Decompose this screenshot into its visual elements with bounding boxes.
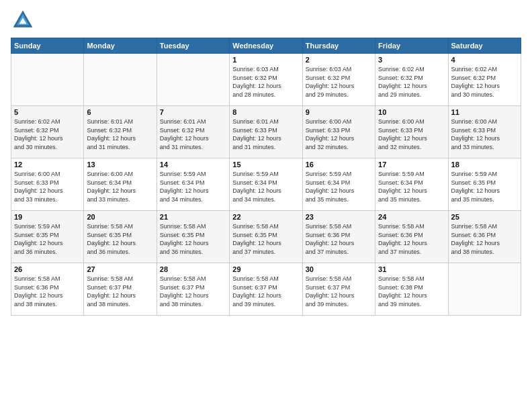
day-number: 12	[14, 161, 81, 169]
calendar-day-cell: 24Sunrise: 5:58 AM Sunset: 6:36 PM Dayli…	[375, 211, 448, 263]
day-number: 17	[378, 161, 445, 169]
logo	[11, 8, 38, 32]
calendar-day-cell: 19Sunrise: 5:59 AM Sunset: 6:35 PM Dayli…	[11, 211, 84, 263]
day-info: Sunrise: 5:58 AM Sunset: 6:35 PM Dayligh…	[87, 222, 153, 256]
calendar-day-cell: 21Sunrise: 5:58 AM Sunset: 6:35 PM Dayli…	[157, 211, 229, 263]
day-number: 26	[14, 265, 81, 273]
calendar-day-cell	[84, 54, 157, 106]
day-info: Sunrise: 5:59 AM Sunset: 6:34 PM Dayligh…	[378, 170, 445, 203]
calendar-day-cell: 29Sunrise: 5:58 AM Sunset: 6:37 PM Dayli…	[230, 263, 302, 316]
day-info: Sunrise: 6:00 AM Sunset: 6:33 PM Dayligh…	[451, 118, 518, 151]
day-number: 22	[232, 213, 299, 221]
day-info: Sunrise: 5:58 AM Sunset: 6:36 PM Dayligh…	[306, 222, 372, 256]
calendar-day-cell: 7Sunrise: 6:01 AM Sunset: 6:32 PM Daylig…	[157, 106, 229, 158]
day-info: Sunrise: 5:58 AM Sunset: 6:38 PM Dayligh…	[378, 275, 445, 308]
day-info: Sunrise: 6:01 AM Sunset: 6:32 PM Dayligh…	[160, 118, 226, 151]
calendar-day-cell: 11Sunrise: 6:00 AM Sunset: 6:33 PM Dayli…	[448, 106, 521, 158]
day-number: 2	[306, 56, 372, 64]
calendar-week-row: 5Sunrise: 6:02 AM Sunset: 6:32 PM Daylig…	[11, 106, 521, 158]
day-info: Sunrise: 5:58 AM Sunset: 6:37 PM Dayligh…	[87, 275, 153, 308]
day-info: Sunrise: 5:58 AM Sunset: 6:36 PM Dayligh…	[378, 222, 445, 256]
weekday-header: Monday	[84, 38, 157, 54]
calendar-day-cell: 26Sunrise: 5:58 AM Sunset: 6:36 PM Dayli…	[11, 263, 84, 316]
calendar-day-cell: 13Sunrise: 6:00 AM Sunset: 6:34 PM Dayli…	[84, 158, 157, 211]
day-number: 4	[451, 56, 518, 64]
calendar-day-cell: 27Sunrise: 5:58 AM Sunset: 6:37 PM Dayli…	[84, 263, 157, 316]
day-number: 18	[451, 161, 518, 169]
calendar-day-cell: 17Sunrise: 5:59 AM Sunset: 6:34 PM Dayli…	[375, 158, 448, 211]
day-info: Sunrise: 5:59 AM Sunset: 6:35 PM Dayligh…	[451, 170, 518, 203]
day-info: Sunrise: 6:03 AM Sunset: 6:32 PM Dayligh…	[306, 65, 372, 99]
day-info: Sunrise: 5:59 AM Sunset: 6:34 PM Dayligh…	[232, 170, 299, 203]
day-info: Sunrise: 5:58 AM Sunset: 6:36 PM Dayligh…	[14, 275, 81, 308]
day-info: Sunrise: 5:58 AM Sunset: 6:37 PM Dayligh…	[160, 275, 226, 308]
calendar-table: SundayMondayTuesdayWednesdayThursdayFrid…	[11, 38, 521, 316]
day-number: 21	[160, 213, 226, 221]
day-info: Sunrise: 5:58 AM Sunset: 6:37 PM Dayligh…	[306, 275, 372, 308]
calendar-day-cell: 4Sunrise: 6:02 AM Sunset: 6:32 PM Daylig…	[448, 54, 521, 106]
day-number: 11	[451, 108, 518, 116]
day-number: 23	[306, 213, 372, 221]
page: SundayMondayTuesdayWednesdayThursdayFrid…	[0, 0, 532, 324]
calendar-day-cell: 6Sunrise: 6:01 AM Sunset: 6:32 PM Daylig…	[84, 106, 157, 158]
day-info: Sunrise: 6:00 AM Sunset: 6:33 PM Dayligh…	[378, 118, 445, 151]
calendar-day-cell: 1Sunrise: 6:03 AM Sunset: 6:32 PM Daylig…	[230, 54, 302, 106]
calendar-header: SundayMondayTuesdayWednesdayThursdayFrid…	[11, 38, 521, 54]
calendar-day-cell: 25Sunrise: 5:58 AM Sunset: 6:36 PM Dayli…	[448, 211, 521, 263]
calendar-day-cell: 14Sunrise: 5:59 AM Sunset: 6:34 PM Dayli…	[157, 158, 229, 211]
day-number: 14	[160, 161, 226, 169]
day-info: Sunrise: 5:59 AM Sunset: 6:34 PM Dayligh…	[160, 170, 226, 203]
day-info: Sunrise: 6:02 AM Sunset: 6:32 PM Dayligh…	[378, 65, 445, 99]
day-number: 7	[160, 108, 226, 116]
day-number: 8	[232, 108, 299, 116]
day-info: Sunrise: 5:58 AM Sunset: 6:36 PM Dayligh…	[451, 222, 518, 256]
calendar-day-cell: 9Sunrise: 6:00 AM Sunset: 6:33 PM Daylig…	[302, 106, 375, 158]
day-info: Sunrise: 6:00 AM Sunset: 6:33 PM Dayligh…	[14, 170, 81, 203]
calendar-day-cell	[448, 263, 521, 316]
day-number: 10	[378, 108, 445, 116]
day-number: 13	[87, 161, 153, 169]
calendar-day-cell: 22Sunrise: 5:58 AM Sunset: 6:35 PM Dayli…	[230, 211, 302, 263]
day-info: Sunrise: 6:00 AM Sunset: 6:33 PM Dayligh…	[306, 118, 372, 151]
day-number: 6	[87, 108, 153, 116]
calendar-day-cell: 23Sunrise: 5:58 AM Sunset: 6:36 PM Dayli…	[302, 211, 375, 263]
calendar-day-cell: 10Sunrise: 6:00 AM Sunset: 6:33 PM Dayli…	[375, 106, 448, 158]
day-number: 29	[232, 265, 299, 273]
calendar-week-row: 12Sunrise: 6:00 AM Sunset: 6:33 PM Dayli…	[11, 158, 521, 211]
calendar-day-cell: 3Sunrise: 6:02 AM Sunset: 6:32 PM Daylig…	[375, 54, 448, 106]
calendar-week-row: 19Sunrise: 5:59 AM Sunset: 6:35 PM Dayli…	[11, 211, 521, 263]
logo-icon	[11, 8, 35, 32]
day-info: Sunrise: 5:59 AM Sunset: 6:35 PM Dayligh…	[14, 222, 81, 256]
weekday-header: Wednesday	[230, 38, 302, 54]
calendar-day-cell	[157, 54, 229, 106]
day-number: 9	[306, 108, 372, 116]
header	[11, 8, 521, 32]
day-info: Sunrise: 5:58 AM Sunset: 6:35 PM Dayligh…	[160, 222, 226, 256]
weekday-header: Sunday	[11, 38, 84, 54]
day-number: 28	[160, 265, 226, 273]
day-number: 16	[306, 161, 372, 169]
calendar-day-cell: 12Sunrise: 6:00 AM Sunset: 6:33 PM Dayli…	[11, 158, 84, 211]
calendar-day-cell: 31Sunrise: 5:58 AM Sunset: 6:38 PM Dayli…	[375, 263, 448, 316]
calendar-day-cell: 18Sunrise: 5:59 AM Sunset: 6:35 PM Dayli…	[448, 158, 521, 211]
calendar-day-cell: 5Sunrise: 6:02 AM Sunset: 6:32 PM Daylig…	[11, 106, 84, 158]
day-info: Sunrise: 6:01 AM Sunset: 6:33 PM Dayligh…	[232, 118, 299, 151]
calendar-body: 1Sunrise: 6:03 AM Sunset: 6:32 PM Daylig…	[11, 54, 521, 316]
day-info: Sunrise: 6:03 AM Sunset: 6:32 PM Dayligh…	[232, 65, 299, 99]
calendar-day-cell: 30Sunrise: 5:58 AM Sunset: 6:37 PM Dayli…	[302, 263, 375, 316]
calendar-day-cell: 2Sunrise: 6:03 AM Sunset: 6:32 PM Daylig…	[302, 54, 375, 106]
day-number: 25	[451, 213, 518, 221]
calendar-day-cell: 20Sunrise: 5:58 AM Sunset: 6:35 PM Dayli…	[84, 211, 157, 263]
calendar-day-cell: 15Sunrise: 5:59 AM Sunset: 6:34 PM Dayli…	[230, 158, 302, 211]
day-info: Sunrise: 5:58 AM Sunset: 6:37 PM Dayligh…	[232, 275, 299, 308]
day-number: 1	[232, 56, 299, 64]
calendar-day-cell: 28Sunrise: 5:58 AM Sunset: 6:37 PM Dayli…	[157, 263, 229, 316]
weekday-header: Thursday	[302, 38, 375, 54]
weekday-header: Friday	[375, 38, 448, 54]
day-info: Sunrise: 5:59 AM Sunset: 6:34 PM Dayligh…	[306, 170, 372, 203]
day-number: 24	[378, 213, 445, 221]
day-info: Sunrise: 6:00 AM Sunset: 6:34 PM Dayligh…	[87, 170, 153, 203]
day-number: 31	[378, 265, 445, 273]
weekday-header: Tuesday	[157, 38, 229, 54]
calendar-day-cell	[11, 54, 84, 106]
